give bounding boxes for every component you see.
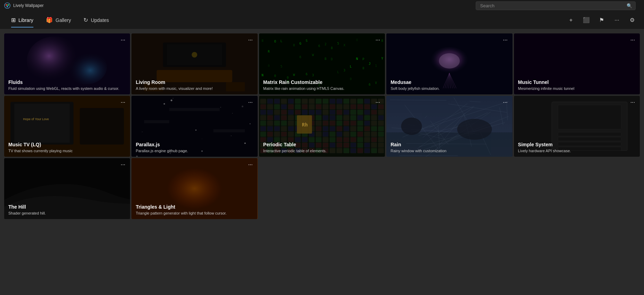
wallpaper-card-periodic[interactable]: Rh Periodic Table Interactive periodic t… bbox=[259, 96, 385, 157]
content-area: Fluids Fluid simulation using WebGL, rea… bbox=[0, 29, 644, 295]
gallery-icon: 🎁 bbox=[46, 17, 53, 23]
card-desc-fluids: Fluid simulation using WebGL, reacts wit… bbox=[8, 86, 126, 91]
card-overlay-matrixrain: Matrix Rain Customizable Matrix like rai… bbox=[259, 33, 385, 94]
card-overlay-livingroom: Living Room A lively room with music, vi… bbox=[131, 33, 257, 94]
search-container: 🔍 bbox=[476, 1, 636, 10]
app-logo-icon bbox=[4, 2, 10, 9]
card-menu-periodic[interactable]: ··· bbox=[373, 99, 382, 106]
card-desc-parallax: Parallax.js engine github page. bbox=[136, 148, 253, 153]
card-desc-rain: Rainy window with customization bbox=[391, 148, 508, 153]
wallpaper-card-parallax[interactable]: Parallax.js Parallax.js engine github pa… bbox=[131, 96, 257, 157]
navbar: ⊞ Library 🎁 Gallery ↻ Updates + ⬛ ⚑ ··· … bbox=[0, 11, 644, 29]
card-overlay-parallax: Parallax.js Parallax.js engine github pa… bbox=[131, 96, 257, 157]
card-menu-fluids[interactable]: ··· bbox=[119, 36, 127, 44]
card-menu-musictv[interactable]: ··· bbox=[119, 99, 127, 106]
nav-item-library[interactable]: ⊞ Library bbox=[6, 15, 39, 25]
svg-point-1 bbox=[6, 4, 7, 6]
card-title-medusae: Medusae bbox=[391, 79, 508, 85]
card-overlay-musictv: Music TV (LQ) TV that shows currently pl… bbox=[4, 96, 130, 157]
nav-item-updates[interactable]: ↻ Updates bbox=[78, 15, 114, 25]
titlebar-left: Lively Wallpaper bbox=[4, 2, 44, 9]
card-menu-thehill[interactable]: ··· bbox=[119, 161, 127, 169]
card-desc-simplesystem: Lively hardware API showcase. bbox=[518, 148, 636, 153]
display-button[interactable]: ⬛ bbox=[580, 14, 593, 26]
svg-point-0 bbox=[5, 3, 10, 8]
card-title-musictunnel: Music Tunnel bbox=[518, 79, 636, 85]
card-desc-medusae: Soft body jellyfish simulation. bbox=[391, 86, 508, 91]
card-desc-livingroom: A lively room with music, visualizer and… bbox=[136, 86, 253, 91]
more-button[interactable]: ··· bbox=[611, 14, 623, 26]
wallpaper-grid: Fluids Fluid simulation using WebGL, rea… bbox=[4, 33, 640, 219]
card-title-matrixrain: Matrix Rain Customizable bbox=[263, 79, 381, 85]
card-menu-matrixrain[interactable]: ··· bbox=[373, 36, 382, 44]
search-icon: 🔍 bbox=[627, 3, 632, 8]
wallpaper-card-fluids[interactable]: Fluids Fluid simulation using WebGL, rea… bbox=[4, 33, 130, 94]
card-overlay-triangles: Triangles & Light Triangle pattern gener… bbox=[131, 158, 257, 219]
wallpaper-card-medusae[interactable]: Medusae Soft body jellyfish simulation. … bbox=[386, 33, 512, 94]
wallpaper-card-musictv[interactable]: Hope of Your Love Music TV (LQ) TV that … bbox=[4, 96, 130, 157]
card-menu-parallax[interactable]: ··· bbox=[246, 99, 255, 106]
card-overlay-periodic: Periodic Table Interactive periodic tabl… bbox=[259, 96, 385, 157]
card-title-parallax: Parallax.js bbox=[136, 142, 253, 148]
card-overlay-thehill: The Hill Shader generated hill. bbox=[4, 158, 130, 219]
nav-label-updates: Updates bbox=[91, 17, 109, 23]
card-desc-thehill: Shader generated hill. bbox=[8, 211, 126, 216]
svg-point-2 bbox=[7, 4, 9, 6]
card-menu-medusae[interactable]: ··· bbox=[501, 36, 509, 44]
card-overlay-fluids: Fluids Fluid simulation using WebGL, rea… bbox=[4, 33, 130, 94]
titlebar: Lively Wallpaper 🔍 ─ ⬜ ✕ bbox=[0, 0, 644, 11]
nav-label-gallery: Gallery bbox=[56, 17, 71, 23]
card-menu-simplesystem[interactable]: ··· bbox=[628, 99, 637, 106]
card-overlay-rain: Rain Rainy window with customization bbox=[386, 96, 512, 157]
card-title-periodic: Periodic Table bbox=[263, 142, 381, 148]
card-desc-periodic: Interactive periodic table of elements. bbox=[263, 148, 381, 153]
card-desc-triangles: Triangle pattern generator with light th… bbox=[136, 211, 253, 216]
nav-label-library: Library bbox=[18, 17, 33, 23]
card-overlay-musictunnel: Music Tunnel Mesmerizing infinite music … bbox=[514, 33, 640, 94]
wallpaper-card-matrixrain[interactable]: NROLJWGSWZBDLXLNPJVY 8005086636285308861… bbox=[259, 33, 385, 94]
card-title-triangles: Triangles & Light bbox=[136, 204, 253, 210]
card-menu-musictunnel[interactable]: ··· bbox=[628, 36, 637, 44]
library-icon: ⊞ bbox=[11, 17, 16, 23]
search-input[interactable] bbox=[476, 1, 636, 10]
card-title-rain: Rain bbox=[391, 142, 508, 148]
card-desc-musictunnel: Mesmerizing infinite music tunnel bbox=[518, 86, 636, 91]
settings-button[interactable]: ⚙ bbox=[626, 14, 638, 26]
app-title: Lively Wallpaper bbox=[13, 3, 44, 8]
wallpaper-card-rain[interactable]: Rain Rainy window with customization ··· bbox=[386, 96, 512, 157]
card-menu-triangles[interactable]: ··· bbox=[246, 161, 255, 169]
flag-button[interactable]: ⚑ bbox=[595, 14, 608, 26]
add-button[interactable]: + bbox=[565, 14, 577, 26]
card-title-fluids: Fluids bbox=[8, 79, 126, 85]
nav-left: ⊞ Library 🎁 Gallery ↻ Updates bbox=[6, 15, 114, 25]
card-menu-rain[interactable]: ··· bbox=[501, 99, 509, 106]
card-title-thehill: The Hill bbox=[8, 204, 126, 210]
svg-point-3 bbox=[7, 6, 8, 7]
card-title-livingroom: Living Room bbox=[136, 79, 253, 85]
card-overlay-simplesystem: Simple System Lively hardware API showca… bbox=[514, 96, 640, 157]
wallpaper-card-livingroom[interactable]: Living Room A lively room with music, vi… bbox=[131, 33, 257, 94]
nav-item-gallery[interactable]: 🎁 Gallery bbox=[40, 15, 77, 25]
wallpaper-card-musictunnel[interactable]: Music Tunnel Mesmerizing infinite music … bbox=[514, 33, 640, 94]
updates-icon: ↻ bbox=[83, 17, 88, 23]
card-title-musictv: Music TV (LQ) bbox=[8, 142, 126, 148]
card-desc-musictv: TV that shows currently playing music bbox=[8, 148, 126, 153]
wallpaper-card-triangles[interactable]: Triangles & Light Triangle pattern gener… bbox=[131, 158, 257, 219]
card-desc-matrixrain: Matrix like rain animation using HTML5 C… bbox=[263, 86, 381, 91]
card-menu-livingroom[interactable]: ··· bbox=[246, 36, 255, 44]
wallpaper-card-simplesystem[interactable]: Simple System Lively hardware API showca… bbox=[514, 96, 640, 157]
card-title-simplesystem: Simple System bbox=[518, 142, 636, 148]
card-overlay-medusae: Medusae Soft body jellyfish simulation. bbox=[386, 33, 512, 94]
nav-right: + ⬛ ⚑ ··· ⚙ bbox=[565, 14, 638, 26]
wallpaper-card-thehill[interactable]: The Hill Shader generated hill. ··· bbox=[4, 158, 130, 219]
